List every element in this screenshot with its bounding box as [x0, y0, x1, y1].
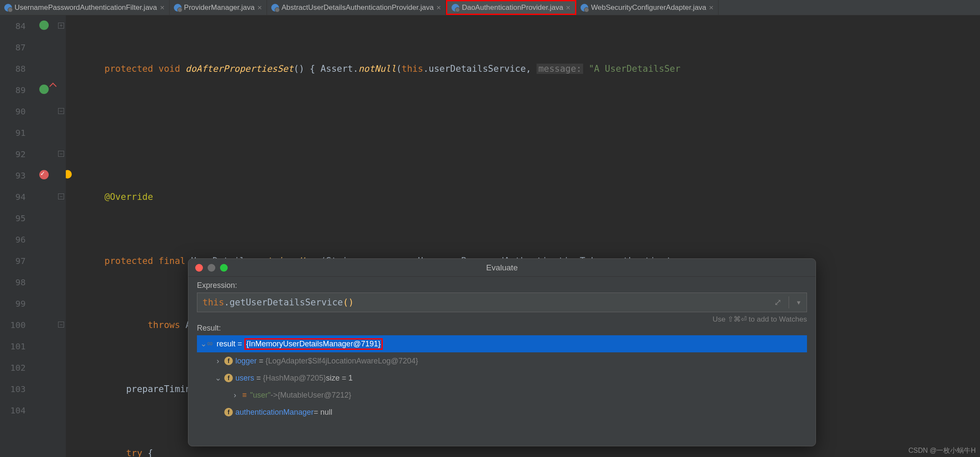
override-icon[interactable] — [39, 85, 49, 94]
fold-gutter: + − − − − — [57, 15, 66, 457]
close-icon[interactable]: ✕ — [709, 4, 714, 11]
code-line[interactable]: @Override — [66, 186, 980, 208]
result-label: Result: — [197, 324, 807, 333]
line-number: 91 — [0, 122, 26, 144]
tree-row[interactable]: › ≡ "user" -> {MutableUser@7212} — [197, 387, 807, 404]
line-number: 102 — [0, 357, 26, 378]
result-tree: ⌄ result = {InMemoryUserDetailsManager@7… — [197, 335, 807, 421]
line-number: 88 — [0, 58, 26, 79]
watermark: CSDN @一枚小蜗牛H — [908, 446, 976, 455]
tree-row[interactable]: ⌄ f users = {HashMap@7205} size = 1 — [197, 369, 807, 387]
expression-input[interactable]: this.getUserDetailsService() ⤢▾ — [197, 293, 807, 312]
line-number: 89 — [0, 79, 26, 101]
line-number-gutter: 84 87 88 89 90 91 92 93 94 95 96 97 98 9… — [0, 15, 33, 457]
dialog-title: Evaluate — [188, 263, 816, 272]
tab-file-4[interactable]: WebSecurityConfigurerAdapter.java✕ — [576, 0, 719, 15]
code-line[interactable] — [66, 122, 980, 144]
arrow-up-icon — [50, 83, 57, 90]
chevron-right-icon[interactable]: › — [214, 357, 222, 366]
close-icon[interactable]: ✕ — [160, 4, 165, 11]
tab-file-3-active[interactable]: DaoAuthenticationProvider.java✕ — [446, 0, 576, 15]
tab-label: UsernamePasswordAuthenticationFilter.jav… — [15, 3, 157, 12]
chevron-down-icon[interactable]: ⌄ — [214, 373, 222, 383]
java-class-icon — [581, 4, 588, 12]
field-icon: f — [224, 357, 233, 365]
line-number: 101 — [0, 336, 26, 357]
java-class-icon — [4, 4, 12, 12]
chevron-down-icon[interactable]: ▾ — [796, 297, 801, 308]
code-line[interactable]: protected void doAfterPropertiesSet() { … — [66, 58, 980, 79]
fold-toggle-icon[interactable]: − — [58, 108, 64, 114]
tab-file-1[interactable]: ProviderManager.java✕ — [170, 0, 267, 15]
tab-file-0[interactable]: UsernamePasswordAuthenticationFilter.jav… — [0, 0, 170, 15]
line-number: 104 — [0, 400, 26, 421]
tree-row[interactable]: › f logger = {LogAdapter$Slf4jLocationAw… — [197, 352, 807, 369]
line-number: 103 — [0, 378, 26, 400]
fold-toggle-icon[interactable]: − — [58, 193, 64, 199]
line-number: 95 — [0, 208, 26, 229]
fold-toggle-icon[interactable]: + — [58, 23, 64, 29]
tab-label: WebSecurityConfigurerAdapter.java — [591, 3, 706, 12]
close-icon[interactable]: ✕ — [257, 4, 262, 11]
dialog-titlebar[interactable]: Evaluate — [188, 259, 816, 277]
object-ref-icon — [207, 339, 217, 349]
gutter-marks — [33, 15, 57, 457]
evaluate-dialog[interactable]: Evaluate Expression: this.getUserDetails… — [188, 258, 816, 446]
override-icon[interactable] — [39, 21, 49, 30]
close-icon[interactable]: ✕ — [566, 4, 571, 11]
field-icon: f — [224, 408, 233, 416]
line-number: 100 — [0, 314, 26, 336]
field-icon: f — [224, 374, 233, 382]
close-icon[interactable]: ✕ — [436, 4, 441, 11]
line-number: 93 — [0, 165, 26, 186]
line-number: 96 — [0, 229, 26, 250]
line-number: 98 — [0, 272, 26, 293]
tab-label: AbstractUserDetailsAuthenticationProvide… — [282, 3, 434, 12]
map-entry-icon: ≡ — [242, 391, 247, 400]
line-number: 97 — [0, 250, 26, 272]
expand-icon[interactable]: ⤢ — [774, 297, 782, 308]
java-class-icon — [174, 4, 182, 12]
chevron-down-icon[interactable]: ⌄ — [200, 339, 207, 349]
tree-row-result[interactable]: ⌄ result = {InMemoryUserDetailsManager@7… — [197, 335, 807, 352]
tab-file-2[interactable]: AbstractUserDetailsAuthenticationProvide… — [267, 0, 446, 15]
line-number: 87 — [0, 37, 26, 58]
line-number: 84 — [0, 15, 26, 37]
line-number: 99 — [0, 293, 26, 314]
line-number: 94 — [0, 186, 26, 208]
expression-label: Expression: — [197, 281, 807, 290]
fold-toggle-icon[interactable]: − — [58, 322, 64, 328]
breakpoint-hit-icon[interactable] — [39, 170, 49, 179]
chevron-right-icon[interactable]: › — [231, 391, 239, 400]
line-number: 92 — [0, 144, 26, 165]
editor-tab-bar: UsernamePasswordAuthenticationFilter.jav… — [0, 0, 980, 15]
tree-row[interactable]: f authenticationManager = null — [197, 404, 807, 421]
tab-label: DaoAuthenticationProvider.java — [462, 3, 563, 12]
tab-label: ProviderManager.java — [184, 3, 255, 12]
line-number: 90 — [0, 101, 26, 122]
fold-toggle-icon[interactable]: − — [58, 151, 64, 157]
hint-text: Use ⇧⌘⏎ to add to Watches — [197, 315, 807, 324]
java-class-icon — [452, 4, 459, 12]
java-class-icon — [271, 4, 279, 12]
